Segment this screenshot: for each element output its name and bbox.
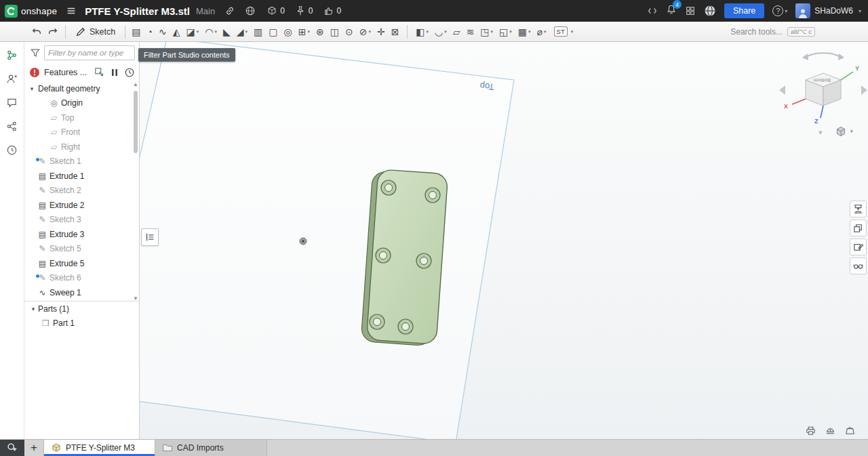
- parts-stack-button[interactable]: [850, 220, 867, 236]
- custom-features-dropdown[interactable]: ST ▾: [554, 26, 574, 37]
- draft-icon[interactable]: ◢▾: [235, 24, 250, 40]
- sketch-button[interactable]: Sketch: [70, 24, 121, 40]
- printer-icon[interactable]: [805, 425, 816, 436]
- chevron-down-icon[interactable]: ▾: [214, 29, 217, 35]
- chevron-down-icon[interactable]: ▾: [528, 29, 531, 35]
- part-item-part-1[interactable]: ❒Part 1: [24, 316, 139, 331]
- split-icon[interactable]: ⊘▾: [357, 24, 373, 40]
- feature-item-default-geometry[interactable]: ▾Default geometry: [24, 81, 139, 96]
- linked-documents-button[interactable]: [3, 117, 21, 135]
- history-button[interactable]: [3, 141, 21, 159]
- measure-icon[interactable]: ⌀▾: [535, 24, 549, 40]
- feature-item-extrude-5[interactable]: ▤Extrude 5: [24, 256, 139, 271]
- chevron-down-icon[interactable]: ▾: [245, 29, 248, 35]
- chevron-down-icon[interactable]: ▾: [444, 29, 447, 35]
- counter-likes[interactable]: 0: [323, 5, 342, 16]
- feature-item-top[interactable]: ▱Top: [24, 110, 139, 125]
- revolve-icon[interactable]: ◔: [144, 24, 154, 40]
- comments-button[interactable]: [3, 94, 21, 111]
- tab-cad-imports[interactable]: CAD Imports: [155, 440, 267, 456]
- sweep-icon[interactable]: ∿: [157, 24, 169, 40]
- chevron-down-icon[interactable]: ▾: [197, 29, 199, 35]
- panel-toggle-button[interactable]: [141, 228, 159, 246]
- feature-item-sketch-1[interactable]: ✎Sketch 1: [24, 154, 139, 169]
- sheet-metal-icon[interactable]: ◳▾: [478, 24, 495, 40]
- frame-icon[interactable]: ▦▾: [516, 24, 533, 40]
- workspace-name[interactable]: Main: [196, 6, 215, 16]
- rib-icon[interactable]: ▥: [252, 24, 264, 40]
- view-options-button[interactable]: ▾: [833, 125, 856, 138]
- counter-pin[interactable]: 0: [295, 5, 313, 16]
- error-icon[interactable]: [29, 67, 40, 78]
- helix-icon[interactable]: ≋: [465, 24, 477, 40]
- fillet-icon[interactable]: ◠▾: [203, 24, 219, 40]
- chevron-down-icon[interactable]: ▾: [509, 29, 512, 35]
- delete-part-icon[interactable]: ⊠: [389, 24, 401, 40]
- feature-item-sketch-3[interactable]: ✎Sketch 3: [24, 213, 139, 228]
- curve-icon[interactable]: ◡▾: [433, 24, 449, 40]
- feature-item-sketch-5[interactable]: ✎Sketch 5: [24, 242, 139, 257]
- featurescript-code-icon[interactable]: [647, 5, 658, 16]
- hole-icon[interactable]: ◎: [281, 24, 294, 40]
- public-globe-icon[interactable]: [245, 5, 256, 16]
- chevron-down-icon[interactable]: ▾: [491, 29, 494, 35]
- surface-icon[interactable]: ◧▾: [414, 24, 431, 40]
- feature-item-extrude-2[interactable]: ▤Extrude 2: [24, 198, 139, 213]
- learning-globe-icon[interactable]: [704, 5, 716, 17]
- viewport-3d[interactable]: Top: [140, 42, 868, 439]
- feature-item-sketch-6[interactable]: ✎Sketch 6: [24, 271, 139, 286]
- onshape-logo[interactable]: onshape: [5, 5, 57, 18]
- edit-cube-button[interactable]: [850, 239, 867, 255]
- versions-button[interactable]: [3, 46, 21, 64]
- share-link-icon[interactable]: [224, 5, 235, 16]
- chamfer-icon[interactable]: ◣: [221, 24, 233, 40]
- notifications-button[interactable]: 4: [666, 4, 677, 18]
- feature-item-right[interactable]: ▱Right: [24, 140, 139, 154]
- chevron-down-icon[interactable]: ▾: [368, 29, 371, 35]
- scrollbar-thumb[interactable]: [134, 91, 138, 153]
- viewcube-down-caret[interactable]: ▾: [818, 128, 823, 136]
- feature-item-front[interactable]: ▱Front: [24, 125, 139, 140]
- plane-icon[interactable]: ▱: [451, 24, 462, 40]
- redo-button[interactable]: [45, 24, 61, 40]
- help-menu[interactable]: ? ▾: [772, 5, 787, 16]
- feature-item-sketch-2[interactable]: ✎Sketch 2: [24, 184, 139, 199]
- feature-item-extrude-1[interactable]: ▤Extrude 1: [24, 169, 139, 184]
- feature-item-extrude-3[interactable]: ▤Extrude 3: [24, 227, 139, 242]
- add-tab-button[interactable]: +: [24, 440, 43, 456]
- sketch-plane[interactable]: [140, 42, 514, 439]
- shell-icon[interactable]: ▢: [267, 24, 279, 40]
- flange-icon[interactable]: ◱▾: [497, 24, 514, 40]
- chevron-down-icon[interactable]: ▾: [27, 85, 37, 92]
- origin-marker[interactable]: [300, 238, 307, 245]
- scroll-up-arrow[interactable]: ▲: [133, 81, 138, 87]
- extrude-icon[interactable]: ▤: [130, 24, 142, 40]
- search-tabs-button[interactable]: [0, 440, 24, 456]
- undo-button[interactable]: [28, 24, 45, 40]
- boolean-icon[interactable]: ⊙: [343, 24, 355, 40]
- linear-pattern-icon[interactable]: ⊞▾: [296, 24, 312, 40]
- counter-copies[interactable]: 0: [267, 5, 285, 16]
- circular-pattern-icon[interactable]: ⊛: [314, 24, 326, 40]
- filter-input[interactable]: [44, 45, 135, 60]
- insert-feature-icon[interactable]: [94, 67, 105, 78]
- mirror-icon[interactable]: ◫: [328, 24, 341, 40]
- chevron-down-icon[interactable]: ▾: [427, 29, 429, 35]
- weight-icon[interactable]: [844, 425, 856, 436]
- feature-item-origin[interactable]: ◎Origin: [24, 96, 139, 111]
- chevron-down-icon[interactable]: ▾: [544, 29, 547, 35]
- follow-button[interactable]: [3, 70, 21, 87]
- print-3d-button[interactable]: [850, 201, 867, 217]
- feature-item-sweep-1[interactable]: ∿Sweep 1: [24, 285, 139, 300]
- loft-icon[interactable]: ◭: [171, 24, 182, 40]
- hamburger-menu-icon[interactable]: [66, 5, 77, 16]
- funnel-icon[interactable]: [30, 47, 41, 58]
- rollback-clock-icon[interactable]: [124, 67, 135, 78]
- parts-header[interactable]: ▾ Parts (1): [24, 302, 139, 316]
- chevron-down-icon[interactable]: ▾: [307, 29, 310, 35]
- transform-icon[interactable]: ✛: [375, 24, 387, 40]
- scroll-down-arrow[interactable]: ▼: [133, 295, 138, 302]
- camera-icon[interactable]: [825, 425, 836, 436]
- tab-ptfe-y-splitter-m3[interactable]: PTFE Y-Splitter M3: [43, 440, 155, 456]
- part-body[interactable]: [361, 169, 448, 346]
